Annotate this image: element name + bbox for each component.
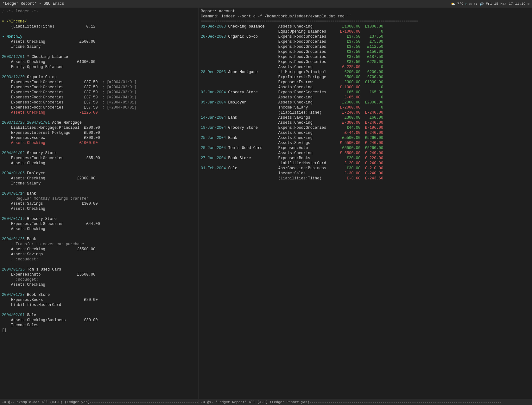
code-line — [2, 232, 197, 237]
code-line — [2, 146, 197, 151]
code-line: Expenses:Food:Groceries £37.50 ; [=2004/… — [2, 80, 197, 85]
main-area: ; -*- ledger -*- = /^Income/ (Liabilitie… — [0, 8, 532, 399]
ledger-entry-row: Income:Sales £-30.00 £-240.00 — [201, 171, 530, 176]
code-line — [2, 49, 197, 54]
code-line: ; :nobudget: — [2, 257, 197, 262]
ledger-entry-row: Expens:Food:Groceries £37.50 £112.50 — [201, 44, 530, 49]
title-bar: *Ledger Report* - GNU Emacs ⛅ 7°C ↻ ✉ ↑↓… — [0, 0, 532, 8]
code-line: 2004/01/25 Bank — [2, 237, 197, 242]
code-line — [2, 166, 197, 171]
code-line: Assets:Checking £1000.00 — [2, 59, 197, 65]
ledger-entry-row: Exp:Interest:Mortgage £500.00 £700.00 — [201, 75, 530, 80]
code-line: (Liabilities:Tithe) 0.12 — [2, 24, 197, 29]
code-line: Expenses:Escrow £300.00 — [2, 135, 197, 140]
code-line: Expenses:Books £20.00 — [2, 297, 197, 302]
code-line: Liabilities:Mortgage:Principal £200.00 — [2, 125, 197, 130]
ledger-entry-row: Expens:Food:Groceries £37.50 £187.50 — [201, 54, 530, 59]
code-line: Income:Salary — [2, 181, 197, 186]
ledger-entry-row: Liabilitie:MasterCard £-20.00 £-240.00 — [201, 161, 530, 166]
ledger-entry-row: 14-Jan-2004 Bank Assets:Savings £300.00 … — [201, 115, 530, 120]
code-line: 2004/01/14 Bank — [2, 191, 197, 196]
ledger-entry-row: Assets:Checking £-300.00 £-240.00 — [201, 120, 530, 125]
code-line: Assets:Checking £2000.00 — [2, 176, 197, 181]
code-line — [2, 262, 197, 267]
ledger-entry-row: Assets:Checking £-225.00 0 — [201, 65, 530, 70]
temperature: 7°C — [457, 2, 464, 6]
settings-icon[interactable]: ⚙ — [527, 2, 529, 6]
reload-icon[interactable]: ↻ — [466, 2, 468, 6]
ledger-entry-row: 27-Jan-2004 Book Store Expenses:Books £2… — [201, 156, 530, 161]
code-line: Liabilities:MasterCard — [2, 302, 197, 308]
ledger-entry-row: (Liabilities:Tithe) £-240.00 £-240.00 — [201, 110, 530, 115]
ledger-entry-row: 25-Jan-2004 Bank Assets:Checking £5500.0… — [201, 135, 530, 140]
code-line: Assets:Checking:Business £30.00 — [2, 318, 197, 323]
datetime: Fri 15 Mar 17:11:19 — [486, 2, 525, 6]
code-line: 2004/01/05 Employer — [2, 171, 197, 176]
code-line — [2, 211, 197, 216]
code-line: 2004/01/19 Grocery Store — [2, 216, 197, 221]
command-line: Command: ledger --sort d -f /home/borbus… — [201, 14, 530, 19]
code-line — [2, 29, 197, 34]
code-line — [2, 186, 197, 191]
title-bar-left: *Ledger Report* - GNU Emacs — [3, 2, 64, 6]
code-line — [2, 115, 197, 120]
title-bar-right: ⛅ 7°C ↻ ✉ ↑↓ 🔊 Fri 15 Mar 17:11:19 ⚙ — [451, 2, 529, 6]
code-line: Assets:Savings — [2, 252, 197, 257]
ledger-entry-row: Expenses:Escrow £300.00 £1000.00 — [201, 80, 530, 85]
code-line — [2, 70, 197, 75]
ledger-entry-row: 02-Jan-2004 Grocery Store Expens:Food:Gr… — [201, 90, 530, 95]
code-line: Assets:Checking £500.00 — [2, 39, 197, 44]
code-line: Assets:Checking — [2, 282, 197, 287]
ledger-entry-row: Equi:Opening Balances £-1000.00 0 — [201, 29, 530, 34]
ledger-entry-row: Income:Salary £-2000.00 0 — [201, 105, 530, 110]
code-line: Expenses:Food:Groceries £37.50 ; [=2004/… — [2, 90, 197, 95]
code-line: ~ Monthly — [2, 34, 197, 39]
code-line: Expenses:Food:Groceries £37.50 ; [=2004/… — [2, 85, 197, 90]
ledger-entry-row: Assets:Savings £-5500.00 £-240.00 — [201, 140, 530, 146]
code-line: Assets:Savings £300.00 — [2, 201, 197, 206]
code-line: [] — [2, 328, 197, 333]
code-line: ; Regular monthly savings transfer — [2, 196, 197, 201]
code-line: Assets:Checking £5500.00 — [2, 247, 197, 252]
code-line: ; :nobudget: — [2, 277, 197, 282]
code-line: Expenses:Interest:Mortgage £500.00 — [2, 130, 197, 135]
ledger-entry-row: 19-Jan-2004 Grocery Store Expens:Food:Gr… — [201, 125, 530, 130]
ledger-entry-row: 20-Dec-2003 Organic Co-op Expens:Food:Gr… — [201, 34, 530, 39]
code-line — [2, 14, 197, 19]
ledger-entry-row: Assets:Checking £-1000.00 0 — [201, 85, 530, 90]
ledger-entry-row: Assets:Checking £-44.00 £-240.00 — [201, 130, 530, 135]
code-line: 2003/12/28=2004/01/01 Acme Mortgage — [2, 120, 197, 125]
status-bar: -U:@-- example.dat All (64,0) (Ledger ya… — [0, 399, 532, 405]
ledger-entry-row: Expens:Food:Groceries £37.50 £150.00 — [201, 49, 530, 54]
ledger-entry-row: 05-Jan-2004 Employer Assets:Checking £20… — [201, 100, 530, 105]
ledger-entry-row: Expens:Food:Groceries £37.50 £75.00 — [201, 39, 530, 44]
code-line: Income:Sales — [2, 323, 197, 328]
code-line: Expenses:Auto £5500.00 — [2, 272, 197, 277]
status-right: -U:@%- *Ledger Report* All (4,0) (Ledger… — [199, 400, 532, 404]
ledger-entry-row: 01-Feb-2004 Sale Ass:Checking:Business £… — [201, 166, 530, 171]
ledger-entry-row: Expens:Food:Groceries £37.50 £225.00 — [201, 59, 530, 65]
right-pane: Report: accountCommand: ledger --sort d … — [199, 8, 532, 399]
code-line: Expenses:Food:Groceries £44.00 — [2, 221, 197, 227]
code-line: 2003/12/01 * Checking balance — [2, 54, 197, 59]
volume-icon[interactable]: 🔊 — [479, 2, 484, 6]
code-line: 2004/01/25 Tom's Used Cars — [2, 267, 197, 272]
network-icon[interactable]: ↑↓ — [473, 2, 478, 6]
code-line: Expenses:Food:Groceries £37.50 ; [=2004/… — [2, 95, 197, 100]
code-line: Expenses:Food:Groceries £65.00 — [2, 156, 197, 161]
status-left: -U:@-- example.dat All (64,0) (Ledger ya… — [0, 400, 199, 404]
code-line: Assets:Checking — [2, 161, 197, 166]
code-line: Income:Salary — [2, 44, 197, 49]
mail-icon[interactable]: ✉ — [469, 2, 472, 6]
ledger-entry-row: 25-Jan-2004 Tom's Used Cars Expenses:Aut… — [201, 146, 530, 151]
code-line: Assets:Checking — [2, 206, 197, 211]
left-pane: ; -*- ledger -*- = /^Income/ (Liabilitie… — [0, 8, 199, 399]
code-line: 2004/01/02 Grocery Store — [2, 151, 197, 156]
code-line: Expenses:Food:Groceries £37.50 ; [=2004/… — [2, 100, 197, 105]
separator: ========================================… — [201, 19, 530, 24]
weather-icon: ⛅ — [451, 2, 455, 6]
ledger-entry-row: (Liabilities:Tithe) £-3.60 £-243.60 — [201, 176, 530, 181]
ledger-entry-row: Assets:Checking £-5500.00 £-240.00 — [201, 151, 530, 156]
code-line: Expenses:Food:Groceries £37.50 ; [=2004/… — [2, 105, 197, 110]
code-line: 2003/12/20 Organic Co-op — [2, 75, 197, 80]
